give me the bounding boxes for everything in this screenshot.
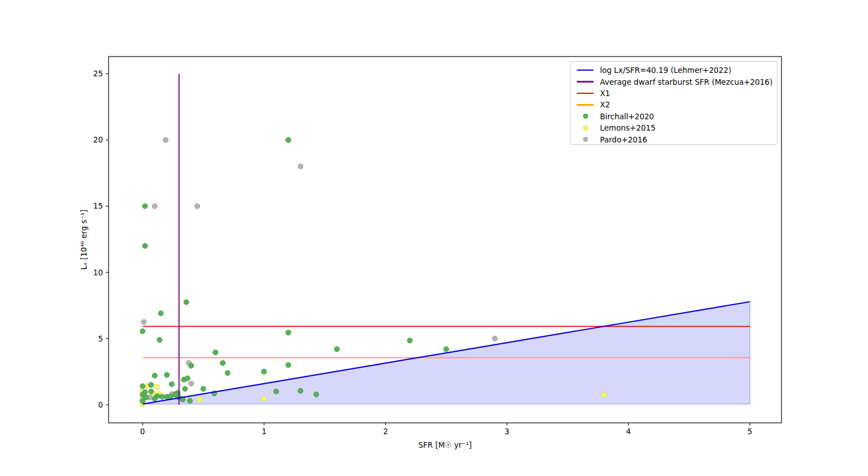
legend-label: log Lx/SFR=40.19 (Lehmer+2022) <box>600 66 731 75</box>
y-tick-label: 15 <box>93 201 103 210</box>
scatter-point-birchall+2020 <box>286 137 291 142</box>
scatter-point-birchall+2020 <box>261 369 266 374</box>
scatter-point-birchall+2020 <box>201 386 206 391</box>
scatter-point-birchall+2020 <box>334 347 339 352</box>
scatter-point-birchall+2020 <box>213 350 218 355</box>
line-sample-icon <box>577 81 594 83</box>
scatter-point-birchall+2020 <box>140 384 145 389</box>
scatter-point-birchall+2020 <box>185 376 190 381</box>
line-sample-icon <box>577 70 594 71</box>
legend-line-swatch <box>576 104 595 106</box>
scatter-point-pardo+2016 <box>298 164 303 169</box>
scatter-point-birchall+2020 <box>274 389 279 394</box>
scatter-point-birchall+2020 <box>149 382 154 387</box>
scatter-point-lemons+2015 <box>154 384 159 390</box>
scatter-point-lemons+2015 <box>261 396 266 401</box>
scatter-point-birchall+2020 <box>142 204 148 209</box>
y-tick-label: 0 <box>98 400 103 409</box>
line-sample-icon <box>577 93 594 94</box>
scatter-point-birchall+2020 <box>286 362 291 367</box>
scatter-point-birchall+2020 <box>152 396 157 401</box>
legend-label: Birchall+2020 <box>600 112 654 121</box>
scatter-point-birchall+2020 <box>140 328 145 334</box>
scatter-point-birchall+2020 <box>444 347 449 352</box>
scatter-point-pardo+2016 <box>189 381 194 386</box>
y-tick-label: 20 <box>93 135 103 144</box>
x-tick-label: 2 <box>383 427 388 436</box>
scatter-point-birchall+2020 <box>184 300 189 305</box>
legend-label: Lemons+2015 <box>600 123 655 132</box>
legend-dot-swatch <box>576 114 595 119</box>
legend-dot-swatch <box>576 137 595 142</box>
scatter-point-pardo+2016 <box>163 137 168 142</box>
x-tick-label: 5 <box>748 427 753 436</box>
x-tick-label: 3 <box>504 427 509 436</box>
legend: log Lx/SFR=40.19 (Lehmer+2022)Average dw… <box>570 61 778 145</box>
legend-label: X2 <box>600 100 610 109</box>
legend-dot-swatch <box>576 126 595 131</box>
y-axis-label: Lₓ [10⁴⁰ erg s⁻¹] <box>79 210 88 270</box>
x-tick-label: 4 <box>626 427 631 436</box>
legend-line-swatch <box>576 70 595 71</box>
legend-item: Lemons+2015 <box>576 122 777 133</box>
line-sample-icon <box>577 104 594 106</box>
scatter-point-birchall+2020 <box>407 338 412 343</box>
legend-item: X1 <box>576 88 777 99</box>
y-tick-label: 25 <box>93 69 103 78</box>
scatter-point-birchall+2020 <box>149 389 154 394</box>
scatter-point-birchall+2020 <box>183 386 188 391</box>
marker-sample-icon <box>583 114 588 119</box>
scatter-point-birchall+2020 <box>286 330 291 335</box>
scatter-point-pardo+2016 <box>195 204 200 209</box>
x-axis-label: SFR [M☉ yr⁻¹] <box>109 440 781 449</box>
legend-item: Pardo+2016 <box>576 133 777 145</box>
legend-label: X1 <box>600 89 610 98</box>
legend-line-swatch <box>576 93 595 94</box>
y-tick-label: 5 <box>98 334 103 343</box>
marker-sample-icon <box>583 126 588 131</box>
scatter-point-pardo+2016 <box>141 319 146 324</box>
scatter-point-birchall+2020 <box>189 363 194 368</box>
legend-item: log Lx/SFR=40.19 (Lehmer+2022) <box>576 64 777 76</box>
legend-item: Birchall+2020 <box>576 111 777 122</box>
scatter-point-birchall+2020 <box>187 398 192 403</box>
x-tick-label: 1 <box>262 427 267 436</box>
legend-label: Pardo+2016 <box>600 135 647 144</box>
scatter-point-pardo+2016 <box>152 204 157 209</box>
scatter-point-birchall+2020 <box>140 398 145 403</box>
legend-line-swatch <box>576 81 595 83</box>
scatter-point-birchall+2020 <box>152 373 157 378</box>
scatter-point-birchall+2020 <box>314 392 319 397</box>
marker-sample-icon <box>583 137 588 142</box>
scatter-point-lemons+2015 <box>602 392 607 397</box>
scatter-point-birchall+2020 <box>225 370 230 375</box>
scatter-point-birchall+2020 <box>165 373 170 378</box>
scatter-point-birchall+2020 <box>157 337 162 343</box>
scatter-point-lemons+2015 <box>197 397 202 403</box>
matplotlib-figure: 0123450510152025 SFR [M☉ yr⁻¹] Lₓ [10⁴⁰ … <box>0 0 868 476</box>
y-tick-label: 10 <box>93 268 103 277</box>
scatter-point-birchall+2020 <box>158 311 163 316</box>
scatter-point-pardo+2016 <box>493 336 498 341</box>
scatter-point-birchall+2020 <box>220 361 225 366</box>
scatter-point-birchall+2020 <box>159 394 165 399</box>
scatter-point-birchall+2020 <box>298 388 303 393</box>
legend-item: X2 <box>576 99 777 110</box>
x-tick-label: 0 <box>140 427 145 436</box>
legend-label: Average dwarf starburst SFR (Mezcua+2016… <box>600 77 772 86</box>
scatter-point-birchall+2020 <box>142 243 148 248</box>
scatter-point-birchall+2020 <box>169 382 174 387</box>
legend-item: Average dwarf starburst SFR (Mezcua+2016… <box>576 76 777 87</box>
